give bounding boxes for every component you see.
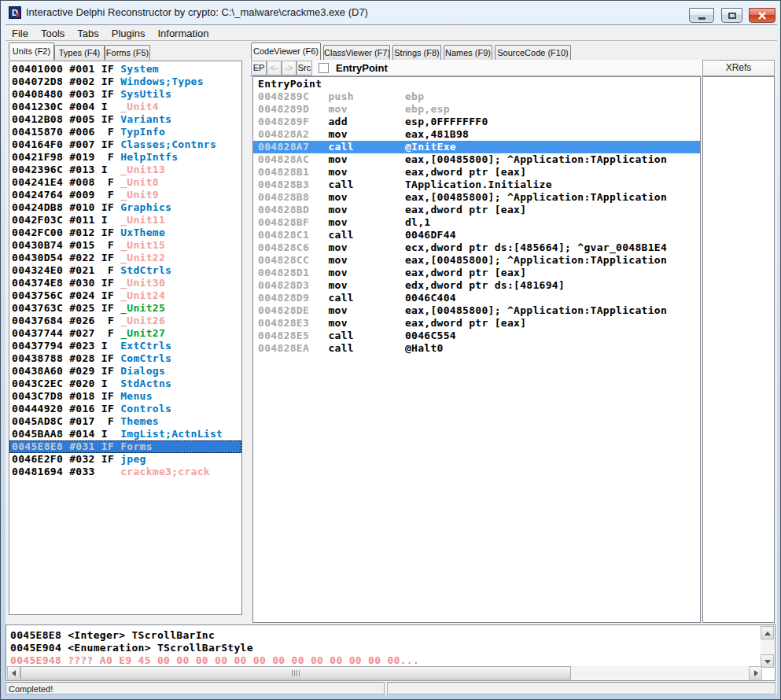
code-address: 004828E3: [258, 317, 328, 329]
unit-row[interactable]: 0041230C #004 I _Unit4: [9, 101, 241, 113]
menu-file[interactable]: File: [6, 25, 35, 41]
tab-types-f4-[interactable]: Types (F4): [54, 45, 105, 60]
tab-codeviewer-f6-[interactable]: CodeViewer (F6): [251, 42, 321, 60]
unit-row[interactable]: 0046E2F0 #032 IF jpeg: [9, 453, 241, 466]
entrypoint-label: EntryPoint: [336, 62, 388, 74]
unit-row[interactable]: 004072D8 #002 IF Windows;Types: [9, 76, 241, 88]
unit-row[interactable]: 0043763C #025 IF _Unit25: [9, 302, 241, 315]
unit-row[interactable]: 00444920 #016 IF Controls: [9, 403, 241, 415]
unit-row[interactable]: 00415870 #006 F TypInfo: [9, 126, 241, 138]
tab-names-f9-[interactable]: Names (F9): [444, 45, 492, 60]
toolbar-button-ep[interactable]: EP: [251, 61, 267, 76]
unit-row[interactable]: 0043756C #024 IF _Unit24: [9, 289, 241, 302]
code-row[interactable]: 0048289D mov ebp,esp: [253, 103, 700, 116]
code-row[interactable]: 004828A2 mov eax,481B98: [253, 128, 700, 141]
code-address: 004828BD: [258, 204, 328, 216]
tab-classviewer-f7-[interactable]: ClassViewer (F7): [323, 45, 390, 60]
code-row[interactable]: 0048289C push ebp: [253, 90, 700, 103]
unit-row[interactable]: 00430B74 #015 F _Unit15: [9, 239, 241, 252]
tab-strings-f8-[interactable]: Strings (F8): [392, 45, 441, 60]
xrefs-header[interactable]: XRefs: [702, 60, 775, 76]
code-row[interactable]: 004828E5 call 0046C554: [253, 330, 700, 342]
scroll-down-button[interactable]: [761, 654, 774, 668]
maximize-icon: [728, 13, 736, 19]
unit-row[interactable]: 00401000 #001 IF System: [9, 63, 241, 76]
unit-row[interactable]: 00438A60 #029 IF Dialogs: [9, 365, 241, 378]
unit-row[interactable]: 0042F03C #011 I _Unit11: [9, 214, 241, 227]
unit-row-meta: 00437794 #023 I: [12, 340, 120, 352]
toolbar-button-forward[interactable]: ->: [282, 61, 297, 76]
unit-row[interactable]: 00481694 #033 crackme3;crack: [9, 466, 241, 478]
unit-row-name: _Unit13: [120, 164, 165, 175]
unit-row[interactable]: 0045AD8C #017 F Themes: [9, 415, 241, 428]
unit-row[interactable]: 004374E8 #030 IF _Unit30: [9, 277, 241, 289]
tab-units-f2-[interactable]: Units (F2): [9, 42, 54, 60]
unit-row[interactable]: 00421F98 #019 F HelpIntfs: [9, 151, 241, 164]
unit-row[interactable]: 0043C2EC #020 I StdActns: [9, 378, 241, 390]
unit-row[interactable]: 00437744 #027 F _Unit27: [9, 327, 241, 340]
code-row[interactable]: 004828B3 call TApplication.Initialize: [253, 179, 700, 191]
info-horizontal-scrollbar[interactable]: [7, 666, 762, 680]
code-row[interactable]: 004828DE mov eax,[00485800]; ^Applicatio…: [253, 304, 700, 317]
caption-buttons: [686, 8, 775, 23]
code-row[interactable]: 004828AC mov eax,[00485800]; ^Applicatio…: [253, 153, 700, 166]
toolbar-button-src[interactable]: Src: [297, 61, 312, 76]
code-row[interactable]: 004828C6 mov ecx,dword ptr ds:[485664]; …: [253, 241, 700, 254]
code-row[interactable]: 004828A7 call @InitExe: [253, 141, 700, 153]
xrefs-list[interactable]: [702, 76, 775, 623]
unit-row[interactable]: 00424764 #009 F _Unit9: [9, 189, 241, 201]
toolbar-button-back[interactable]: <-: [267, 61, 282, 76]
units-list[interactable]: 00401000 #001 IF System004072D8 #002 IF …: [9, 61, 242, 615]
unit-row[interactable]: 00437684 #026 F _Unit26: [9, 315, 241, 327]
unit-row-meta: 00481694 #033: [12, 466, 120, 477]
unit-row[interactable]: 0045E8E8 #031 IF Forms: [9, 440, 241, 453]
info-pane[interactable]: 0045E8E8 <Integer> TScrollBarInc0045E904…: [6, 624, 775, 681]
unit-row[interactable]: 0043C7D8 #018 IF Menus: [9, 390, 241, 403]
scroll-up-button[interactable]: [761, 626, 774, 639]
unit-row[interactable]: 004324E0 #021 F StdCtrls: [9, 264, 241, 277]
unit-row[interactable]: 00437794 #023 I ExtCtrls: [9, 340, 241, 352]
scroll-right-button[interactable]: [749, 666, 762, 680]
code-row[interactable]: 004828EA call @Halt0: [253, 342, 700, 355]
unit-row[interactable]: 00430D54 #022 IF _Unit22: [9, 252, 241, 264]
menu-tabs[interactable]: Tabs: [71, 25, 105, 41]
code-row[interactable]: 004828E3 mov eax,dword ptr [eax]: [253, 317, 700, 330]
maximize-button[interactable]: [721, 8, 742, 23]
unit-row[interactable]: 0045BAA8 #014 I ImgList;ActnList: [9, 428, 241, 440]
unit-row[interactable]: 00424DB8 #010 IF Graphics: [9, 201, 241, 214]
unit-row[interactable]: 00412B08 #005 IF Variants: [9, 113, 241, 126]
unit-row[interactable]: 004241E4 #008 F _Unit8: [9, 176, 241, 189]
code-row[interactable]: 004828B8 mov eax,[00485800]; ^Applicatio…: [253, 191, 700, 204]
unit-row[interactable]: 00408480 #003 IF SysUtils: [9, 88, 241, 101]
src-checkbox[interactable]: [319, 63, 329, 73]
code-row[interactable]: 004828BD mov eax,dword ptr [eax]: [253, 204, 700, 216]
code-row[interactable]: 004828D1 mov eax,dword ptr [eax]: [253, 267, 700, 279]
scroll-left-button[interactable]: [7, 666, 20, 680]
horizontal-scroll-thumb[interactable]: [20, 666, 571, 680]
close-button[interactable]: [749, 8, 775, 23]
menu-plugins[interactable]: Plugins: [105, 25, 152, 41]
title-bar[interactable]: D Interactive Delphi Reconstructor by cr…: [1, 1, 780, 24]
code-row[interactable]: 004828BF mov dl,1: [253, 216, 700, 229]
tab-sourcecode-f10-[interactable]: SourceCode (F10): [495, 45, 571, 60]
menu-information[interactable]: Information: [151, 25, 215, 41]
code-address: 004828E5: [258, 330, 328, 341]
tab-label: ClassViewer (F7): [324, 48, 389, 57]
unit-row[interactable]: 0042FC00 #012 IF UxTheme: [9, 227, 241, 239]
unit-row[interactable]: 004164F0 #007 IF Classes;Contnrs: [9, 138, 241, 151]
code-row[interactable]: 004828D3 mov edx,dword ptr ds:[481694]: [253, 279, 700, 292]
code-viewer[interactable]: EntryPoint0048289C push ebp0048289D mov …: [252, 76, 701, 623]
code-row[interactable]: 004828B1 mov eax,dword ptr [eax]: [253, 166, 700, 179]
tab-forms-f5-[interactable]: Forms (F5): [105, 45, 150, 60]
unit-row[interactable]: 0042396C #013 I _Unit13: [9, 164, 241, 176]
unit-row-name: HelpIntfs: [120, 151, 178, 163]
code-instruction: mov eax,[00485800]; ^Application:TApplic…: [328, 304, 667, 316]
info-vertical-scrollbar[interactable]: [761, 626, 774, 668]
code-row[interactable]: 004828D9 call 0046C404: [253, 292, 700, 304]
code-row[interactable]: 0048289F add esp,0FFFFFFF0: [253, 116, 700, 128]
code-row[interactable]: 004828CC mov eax,[00485800]; ^Applicatio…: [253, 254, 700, 267]
menu-tools[interactable]: Tools: [35, 25, 71, 41]
unit-row[interactable]: 00438788 #028 IF ComCtrls: [9, 352, 241, 365]
minimize-button[interactable]: [689, 8, 714, 23]
code-row[interactable]: 004828C1 call 0046DF44: [253, 229, 700, 241]
